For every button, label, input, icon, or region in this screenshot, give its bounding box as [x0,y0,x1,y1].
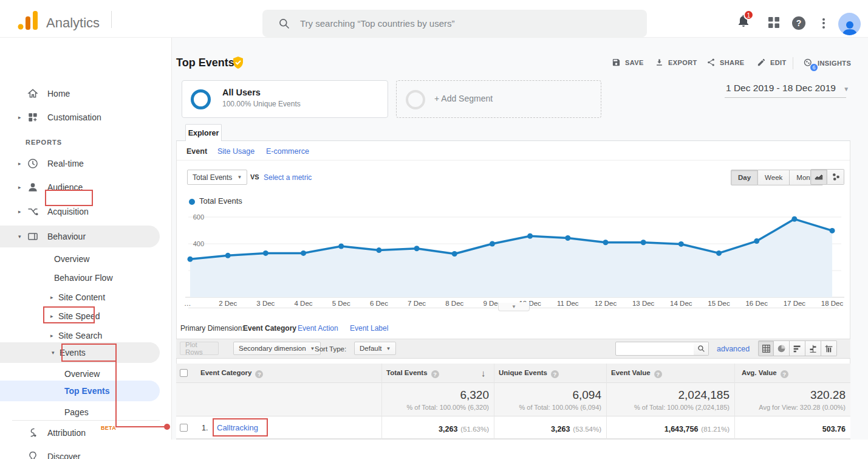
comparison-view-button[interactable] [805,340,821,356]
column-header-avg-value[interactable]: Avg. Value? [742,369,788,378]
table-search-button[interactable] [694,342,709,356]
share-button[interactable]: SHARE [706,58,745,67]
sidebar-item-discover[interactable]: Discover [0,446,160,459]
svg-text:5 Dec: 5 Dec [332,300,350,307]
summary-event-value: 2,024,185 % of Total: 100.00% (2,024,185… [596,388,730,411]
sidebar-item-acquisition[interactable]: ▸ Acquisition [0,201,160,222]
svg-text:…: … [184,300,191,307]
svg-text:2 Dec: 2 Dec [219,300,237,307]
column-divider [381,364,382,440]
sidebar-item-audience[interactable]: ▸ Audience [0,177,160,198]
reports-section-label: REPORTS [26,139,62,146]
secondary-dimension-button[interactable]: Secondary dimension▼ [233,342,321,355]
help-icon[interactable]: ? [792,16,805,30]
help-icon[interactable]: ? [551,370,559,378]
help-icon[interactable]: ? [654,370,662,378]
column-header-total-events[interactable]: Total Events? [386,369,439,378]
sort-type-dropdown[interactable]: Default▼ [354,342,396,355]
select-metric-link[interactable]: Select a metric [264,173,312,182]
help-icon[interactable]: ? [255,370,263,378]
dimension-event-action[interactable]: Event Action [298,324,338,333]
sidebar-item-site-speed[interactable]: ▸Site Speed [0,306,160,326]
segment-title: All Users [222,88,261,97]
sidebar-item-behaviour-flow[interactable]: Behaviour Flow [0,267,160,288]
sidebar-item-behaviour[interactable]: ▾ Behaviour [0,226,160,247]
cell-value: 3,263 [439,425,457,433]
chevron-down-icon: ▼ [237,174,242,180]
add-segment-button[interactable]: + Add Segment [396,80,601,118]
top-bar: Analytics 1 ? [0,0,868,38]
metric-tab-event[interactable]: Event [186,147,207,156]
sidebar-item-label: Behaviour Flow [54,273,113,283]
tab-explorer[interactable]: Explorer [185,124,222,141]
edit-button[interactable]: EDIT [757,58,787,67]
global-search[interactable] [262,10,647,37]
sidebar-item-pages[interactable]: Pages [0,402,160,423]
help-icon[interactable]: ? [781,370,788,378]
more-options-icon[interactable] [821,16,826,30]
person-icon [841,19,859,35]
granularity-day-button[interactable]: Day [731,170,758,185]
analytics-logo-icon[interactable] [17,10,39,30]
sidebar-item-label: Discover [47,452,80,459]
chart-axis-expander[interactable]: ▼ [498,302,530,311]
table-search-input[interactable] [615,342,694,356]
sidebar-item-site-content[interactable]: ▸Site Content [0,287,160,308]
performance-view-button[interactable] [790,340,805,356]
plot-rows-button[interactable]: Plot Rows [180,342,219,355]
sidebar-item-events[interactable]: ▾Events [0,342,160,363]
dimension-event-label[interactable]: Event Label [350,324,388,333]
sort-direction-icon[interactable]: ↓ [481,368,486,378]
svg-text:400: 400 [193,240,204,247]
chevron-right-icon: ▸ [18,160,21,167]
percentage-view-button[interactable] [774,340,790,356]
sidebar-item-realtime[interactable]: ▸ Real-time [0,153,160,174]
column-header-event-category[interactable]: Event Category? [200,369,263,378]
vs-label: VS [250,173,259,181]
motion-chart-view-button[interactable] [827,169,844,185]
clock-icon [27,157,39,170]
summary-note: % of Total: 100.00% (2,024,185) [596,404,730,411]
sidebar-item-attribution[interactable]: Attribution BETA [0,423,160,443]
advanced-search-link[interactable]: advanced [717,345,750,353]
sidebar-item-behaviour-overview[interactable]: Overview [0,249,160,269]
help-icon[interactable]: ? [431,370,439,378]
metric-dropdown-value: Total Events [193,173,232,182]
sidebar-item-label: Acquisition [47,207,89,216]
actions-divider [793,57,793,69]
table-view-button[interactable] [758,340,774,356]
table-view-toggle [758,340,837,356]
metric-tab-site-usage[interactable]: Site Usage [217,147,255,156]
segment-all-users[interactable]: All Users 100.00% Unique Events [182,80,388,118]
granularity-week-button[interactable]: Week [758,170,790,185]
sidebar-item-label: Site Content [58,292,105,302]
metric-tab-ecommerce[interactable]: E-commerce [266,147,309,156]
help-glyph: ? [796,18,802,28]
apps-grid-icon[interactable] [768,16,780,29]
save-button[interactable]: SAVE [612,58,644,67]
row-checkbox[interactable] [180,424,188,432]
metric-dropdown[interactable]: Total Events ▼ [187,170,247,185]
export-button[interactable]: EXPORT [655,58,697,67]
tab-explorer-label: Explorer [188,129,219,137]
dimension-event-category[interactable]: Event Category [243,324,296,333]
row-event-category-link[interactable]: Calltracking [217,423,258,432]
sidebar-item-top-events[interactable]: Top Events [0,381,160,401]
column-header-event-value[interactable]: Event Value? [611,369,662,378]
events-chart[interactable]: 200400600…2 Dec3 Dec4 Dec5 Dec6 Dec7 Dec… [176,210,850,310]
column-header-unique-events[interactable]: Unique Events? [499,369,559,378]
search-input[interactable] [300,18,616,29]
chevron-right-icon: ▸ [50,294,53,300]
sidebar-item-customisation[interactable]: ▸ Customisation [0,107,160,128]
brand-name[interactable]: Analytics [46,15,100,31]
pivot-view-button[interactable] [821,340,837,356]
account-avatar[interactable] [838,13,861,35]
select-all-checkbox[interactable] [180,369,188,377]
granularity-toggle: Day Week Month [731,170,823,185]
legend-marker [189,199,195,205]
date-range-selector[interactable]: 1 Dec 2019 - 18 Dec 2019 ▼ [726,83,849,94]
download-icon [655,58,664,67]
sidebar-item-home[interactable]: Home [0,83,160,104]
line-chart-view-button[interactable] [810,169,827,185]
chart-type-toggle [810,169,844,185]
